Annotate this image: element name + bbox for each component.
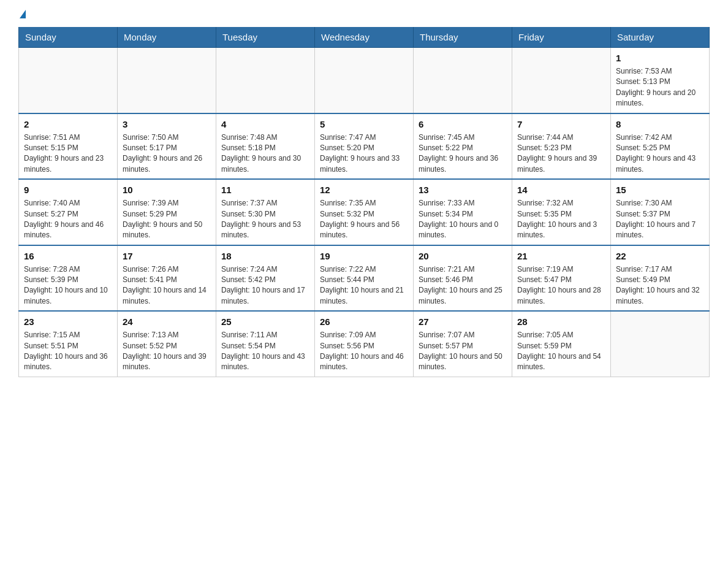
- calendar-day-cell: 22Sunrise: 7:17 AMSunset: 5:49 PMDayligh…: [611, 245, 710, 312]
- day-number: 19: [320, 250, 408, 262]
- calendar-week-row: 23Sunrise: 7:15 AMSunset: 5:51 PMDayligh…: [19, 311, 710, 377]
- day-number: 7: [517, 118, 605, 131]
- calendar-day-cell: 24Sunrise: 7:13 AMSunset: 5:52 PMDayligh…: [118, 311, 216, 377]
- day-number: 3: [123, 118, 211, 131]
- day-of-week-header: Thursday: [414, 27, 512, 48]
- day-info: Sunrise: 7:11 AMSunset: 5:54 PMDaylight:…: [221, 330, 309, 373]
- calendar-day-cell: 14Sunrise: 7:32 AMSunset: 5:35 PMDayligh…: [512, 179, 611, 245]
- day-number: 27: [419, 315, 507, 328]
- day-info: Sunrise: 7:39 AMSunset: 5:29 PMDaylight:…: [123, 198, 211, 241]
- day-of-week-header: Sunday: [19, 27, 118, 48]
- day-info: Sunrise: 7:19 AMSunset: 5:47 PMDaylight:…: [517, 264, 605, 307]
- calendar-day-cell: 19Sunrise: 7:22 AMSunset: 5:44 PMDayligh…: [315, 245, 414, 312]
- day-number: 1: [616, 52, 704, 64]
- day-info: Sunrise: 7:35 AMSunset: 5:32 PMDaylight:…: [320, 198, 408, 241]
- day-of-week-header: Friday: [512, 27, 611, 48]
- page-header: [18, 12, 710, 21]
- day-info: Sunrise: 7:13 AMSunset: 5:52 PMDaylight:…: [123, 330, 211, 373]
- day-of-week-header: Tuesday: [216, 27, 315, 48]
- calendar-week-row: 9Sunrise: 7:40 AMSunset: 5:27 PMDaylight…: [19, 179, 710, 245]
- day-number: 26: [320, 315, 408, 328]
- calendar-day-cell: 17Sunrise: 7:26 AMSunset: 5:41 PMDayligh…: [118, 245, 216, 312]
- calendar-day-cell: 3Sunrise: 7:50 AMSunset: 5:17 PMDaylight…: [118, 113, 216, 180]
- calendar-day-cell: 11Sunrise: 7:37 AMSunset: 5:30 PMDayligh…: [216, 179, 315, 245]
- calendar-day-cell: 15Sunrise: 7:30 AMSunset: 5:37 PMDayligh…: [611, 179, 710, 245]
- calendar-day-cell: 4Sunrise: 7:48 AMSunset: 5:18 PMDaylight…: [216, 113, 315, 180]
- day-number: 20: [419, 250, 507, 262]
- day-info: Sunrise: 7:40 AMSunset: 5:27 PMDaylight:…: [24, 198, 112, 241]
- calendar-day-cell: 18Sunrise: 7:24 AMSunset: 5:42 PMDayligh…: [216, 245, 315, 312]
- logo-triangle-icon: [20, 10, 26, 18]
- calendar-table: SundayMondayTuesdayWednesdayThursdayFrid…: [18, 27, 710, 377]
- day-number: 23: [24, 315, 112, 328]
- day-info: Sunrise: 7:30 AMSunset: 5:37 PMDaylight:…: [616, 198, 704, 241]
- calendar-week-row: 1Sunrise: 7:53 AMSunset: 5:13 PMDaylight…: [19, 48, 710, 113]
- calendar-day-cell: 6Sunrise: 7:45 AMSunset: 5:22 PMDaylight…: [414, 113, 512, 180]
- day-info: Sunrise: 7:48 AMSunset: 5:18 PMDaylight:…: [221, 132, 309, 175]
- day-number: 21: [517, 250, 605, 262]
- day-number: 2: [24, 118, 112, 131]
- calendar-day-cell: 7Sunrise: 7:44 AMSunset: 5:23 PMDaylight…: [512, 113, 611, 180]
- day-info: Sunrise: 7:53 AMSunset: 5:13 PMDaylight:…: [616, 66, 704, 109]
- day-info: Sunrise: 7:45 AMSunset: 5:22 PMDaylight:…: [419, 132, 507, 175]
- calendar-day-cell: 28Sunrise: 7:05 AMSunset: 5:59 PMDayligh…: [512, 311, 611, 377]
- calendar-day-cell: 2Sunrise: 7:51 AMSunset: 5:15 PMDaylight…: [19, 113, 118, 180]
- calendar-day-cell: 16Sunrise: 7:28 AMSunset: 5:39 PMDayligh…: [19, 245, 118, 312]
- calendar-day-cell: [118, 48, 216, 113]
- calendar-day-cell: 23Sunrise: 7:15 AMSunset: 5:51 PMDayligh…: [19, 311, 118, 377]
- calendar-day-cell: 26Sunrise: 7:09 AMSunset: 5:56 PMDayligh…: [315, 311, 414, 377]
- calendar-day-cell: [216, 48, 315, 113]
- calendar-day-cell: 20Sunrise: 7:21 AMSunset: 5:46 PMDayligh…: [414, 245, 512, 312]
- calendar-day-cell: 1Sunrise: 7:53 AMSunset: 5:13 PMDaylight…: [611, 48, 710, 113]
- calendar-day-cell: 25Sunrise: 7:11 AMSunset: 5:54 PMDayligh…: [216, 311, 315, 377]
- calendar-header-row: SundayMondayTuesdayWednesdayThursdayFrid…: [19, 27, 710, 48]
- day-info: Sunrise: 7:28 AMSunset: 5:39 PMDaylight:…: [24, 264, 112, 307]
- day-number: 10: [123, 183, 211, 196]
- day-info: Sunrise: 7:47 AMSunset: 5:20 PMDaylight:…: [320, 132, 408, 175]
- calendar-week-row: 2Sunrise: 7:51 AMSunset: 5:15 PMDaylight…: [19, 113, 710, 180]
- day-number: 4: [221, 118, 309, 131]
- calendar-day-cell: [414, 48, 512, 113]
- day-number: 14: [517, 183, 605, 196]
- day-info: Sunrise: 7:37 AMSunset: 5:30 PMDaylight:…: [221, 198, 309, 241]
- logo: [18, 12, 26, 21]
- day-number: 17: [123, 250, 211, 262]
- day-info: Sunrise: 7:09 AMSunset: 5:56 PMDaylight:…: [320, 330, 408, 373]
- day-info: Sunrise: 7:26 AMSunset: 5:41 PMDaylight:…: [123, 264, 211, 307]
- calendar-day-cell: 9Sunrise: 7:40 AMSunset: 5:27 PMDaylight…: [19, 179, 118, 245]
- day-info: Sunrise: 7:21 AMSunset: 5:46 PMDaylight:…: [419, 264, 507, 307]
- day-info: Sunrise: 7:50 AMSunset: 5:17 PMDaylight:…: [123, 132, 211, 175]
- day-number: 18: [221, 250, 309, 262]
- day-number: 8: [616, 118, 704, 131]
- day-info: Sunrise: 7:33 AMSunset: 5:34 PMDaylight:…: [419, 198, 507, 241]
- calendar-day-cell: 8Sunrise: 7:42 AMSunset: 5:25 PMDaylight…: [611, 113, 710, 180]
- day-number: 25: [221, 315, 309, 328]
- calendar-day-cell: 5Sunrise: 7:47 AMSunset: 5:20 PMDaylight…: [315, 113, 414, 180]
- day-info: Sunrise: 7:42 AMSunset: 5:25 PMDaylight:…: [616, 132, 704, 175]
- calendar-day-cell: 12Sunrise: 7:35 AMSunset: 5:32 PMDayligh…: [315, 179, 414, 245]
- day-info: Sunrise: 7:22 AMSunset: 5:44 PMDaylight:…: [320, 264, 408, 307]
- day-number: 13: [419, 183, 507, 196]
- day-of-week-header: Saturday: [611, 27, 710, 48]
- day-number: 28: [517, 315, 605, 328]
- day-info: Sunrise: 7:24 AMSunset: 5:42 PMDaylight:…: [221, 264, 309, 307]
- day-number: 15: [616, 183, 704, 196]
- calendar-day-cell: 27Sunrise: 7:07 AMSunset: 5:57 PMDayligh…: [414, 311, 512, 377]
- day-number: 12: [320, 183, 408, 196]
- day-number: 5: [320, 118, 408, 131]
- day-number: 16: [24, 250, 112, 262]
- day-info: Sunrise: 7:17 AMSunset: 5:49 PMDaylight:…: [616, 264, 704, 307]
- day-of-week-header: Monday: [118, 27, 216, 48]
- day-number: 6: [419, 118, 507, 131]
- day-of-week-header: Wednesday: [315, 27, 414, 48]
- calendar-day-cell: [315, 48, 414, 113]
- day-info: Sunrise: 7:05 AMSunset: 5:59 PMDaylight:…: [517, 330, 605, 373]
- calendar-day-cell: 13Sunrise: 7:33 AMSunset: 5:34 PMDayligh…: [414, 179, 512, 245]
- day-info: Sunrise: 7:15 AMSunset: 5:51 PMDaylight:…: [24, 330, 112, 373]
- day-info: Sunrise: 7:07 AMSunset: 5:57 PMDaylight:…: [419, 330, 507, 373]
- calendar-week-row: 16Sunrise: 7:28 AMSunset: 5:39 PMDayligh…: [19, 245, 710, 312]
- day-info: Sunrise: 7:44 AMSunset: 5:23 PMDaylight:…: [517, 132, 605, 175]
- calendar-day-cell: [512, 48, 611, 113]
- day-number: 22: [616, 250, 704, 262]
- day-number: 11: [221, 183, 309, 196]
